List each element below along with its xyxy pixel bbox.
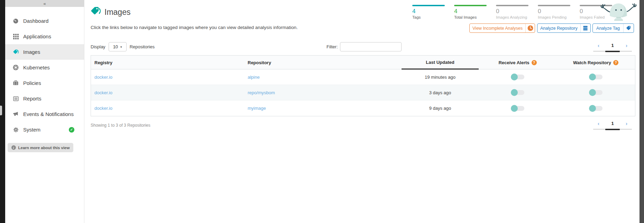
scrollbar[interactable] xyxy=(640,0,644,223)
toggle-knob xyxy=(511,74,518,80)
button-label: Analyze Tag xyxy=(593,26,623,31)
column-header-label: Watch Repository xyxy=(573,60,611,65)
info-icon: i xyxy=(11,145,16,150)
pagination-row: ‹ 1 › xyxy=(593,119,632,127)
stat-tags: 4 Tags xyxy=(412,5,445,19)
sidebar-item-label: Policies xyxy=(23,80,41,86)
sidebar-item-kubernetes[interactable]: Kubernetes xyxy=(5,60,84,75)
repository-link[interactable]: repo/mysbom xyxy=(248,90,275,95)
pagination-track xyxy=(593,51,632,52)
chevron-down-icon: ▾ xyxy=(120,45,122,49)
stat-label: Images Analyzing xyxy=(496,15,528,19)
sidebar: « Dashboard Applications Images xyxy=(5,0,84,223)
sidebar-item-label: System xyxy=(23,127,40,133)
column-header-repository[interactable]: Repository xyxy=(244,60,402,65)
stat-label: Tags xyxy=(412,15,445,19)
registry-link[interactable]: docker.io xyxy=(94,75,112,80)
analyze-repository-button[interactable]: Analyze Repository xyxy=(537,23,591,33)
column-header-label: Last Updated xyxy=(426,60,454,65)
sidebar-nav: Dashboard Applications Images Kubernetes xyxy=(5,13,84,137)
pagination-bottom: ‹ 1 › xyxy=(593,119,632,130)
next-page-button[interactable]: › xyxy=(626,121,627,126)
sidebar-item-images[interactable]: Images xyxy=(5,44,84,60)
sidebar-item-label: Events & Notifications xyxy=(23,111,74,117)
last-updated-value: 9 days ago xyxy=(402,106,479,111)
receive-alerts-toggle[interactable] xyxy=(511,90,524,95)
pagination-row: ‹ 1 › xyxy=(593,41,632,49)
analyze-tag-button[interactable]: Analyze Tag xyxy=(592,23,634,33)
collapse-icon: « xyxy=(43,1,46,6)
repository-link[interactable]: alpine xyxy=(248,75,260,80)
main-content: Images Click the links below to navigate… xyxy=(85,0,640,223)
column-header-receive-alerts[interactable]: Receive Alerts ? xyxy=(479,60,556,65)
receive-alerts-toggle[interactable] xyxy=(511,106,524,111)
stat-value: 0 xyxy=(538,8,570,15)
help-icon[interactable]: ? xyxy=(613,60,618,65)
sidebar-item-label: Reports xyxy=(23,96,42,101)
toggle-knob xyxy=(511,105,518,112)
watch-repository-toggle[interactable] xyxy=(589,75,602,79)
registry-link[interactable]: docker.io xyxy=(94,106,112,111)
next-page-button[interactable]: › xyxy=(626,43,627,48)
stat-bar xyxy=(454,5,487,6)
view-incomplete-analyses-button[interactable]: View Incomplete Analyses xyxy=(469,23,535,33)
gauge-icon xyxy=(13,18,19,24)
panel-handle[interactable] xyxy=(0,106,2,115)
prev-page-button[interactable]: ‹ xyxy=(598,121,599,126)
current-page: 1 xyxy=(611,43,614,48)
sidebar-item-policies[interactable]: Policies xyxy=(5,75,84,91)
table-row: docker.io myimage 9 days ago xyxy=(91,100,635,116)
display-control: Display 10 ▾ Repositories xyxy=(91,42,155,51)
briefcase-icon xyxy=(13,80,19,86)
page-size-select[interactable]: 10 ▾ xyxy=(109,42,127,51)
check-glyph: ✓ xyxy=(70,128,73,132)
pagination-top: ‹ 1 › xyxy=(593,41,632,52)
sidebar-item-reports[interactable]: Reports xyxy=(5,91,84,106)
page-description: Click the links below to navigate to tag… xyxy=(91,25,298,30)
column-header-registry[interactable]: Registry xyxy=(91,60,244,65)
learn-more-button[interactable]: i Learn more about this view xyxy=(8,143,73,152)
sidebar-item-events-notifications[interactable]: Events & Notifications xyxy=(5,106,84,122)
sidebar-collapse-button[interactable]: « xyxy=(5,0,84,7)
sidebar-item-dashboard[interactable]: Dashboard xyxy=(5,13,84,29)
table-header-row: Registry Repository Last Updated Receive… xyxy=(91,56,635,69)
help-icon[interactable]: ? xyxy=(532,60,537,65)
images-tags-icon xyxy=(90,6,101,18)
pagination-thumb xyxy=(605,129,620,130)
sidebar-item-label: Kubernetes xyxy=(23,65,50,70)
sidebar-item-label: Applications xyxy=(23,33,51,39)
database-icon xyxy=(580,24,590,32)
column-header-last-updated[interactable]: Last Updated xyxy=(402,56,479,69)
toggle-knob xyxy=(589,74,596,80)
toggle-knob xyxy=(589,105,596,112)
toggle-knob xyxy=(589,89,596,96)
receive-alerts-toggle[interactable] xyxy=(511,75,524,79)
watch-repository-toggle[interactable] xyxy=(589,90,602,95)
column-header-watch-repository[interactable]: Watch Repository ? xyxy=(556,60,635,65)
page-title: Images xyxy=(104,8,130,17)
table-row: docker.io alpine 19 minutes ago xyxy=(91,69,635,85)
stat-bar xyxy=(412,5,445,6)
registry-link[interactable]: docker.io xyxy=(94,90,112,95)
stats-bar: 4 Tags 4 Total Images 0 Images Analyzing… xyxy=(412,5,622,19)
prev-page-button[interactable]: ‹ xyxy=(598,43,599,48)
stat-images-pending: 0 Images Pending xyxy=(538,5,570,19)
report-list-icon xyxy=(13,96,19,101)
repository-link[interactable]: myimage xyxy=(248,106,266,111)
stat-value: 0 xyxy=(496,8,528,15)
kubernetes-icon xyxy=(13,65,19,70)
megaphone-icon xyxy=(13,111,19,117)
stat-total-images: 4 Total Images xyxy=(454,5,487,19)
filter-input[interactable] xyxy=(340,42,402,51)
watch-repository-toggle[interactable] xyxy=(589,106,602,111)
filter-control: Filter: xyxy=(326,42,402,51)
tag-icon xyxy=(623,24,634,32)
sidebar-item-applications[interactable]: Applications xyxy=(5,29,84,44)
sidebar-item-label: Dashboard xyxy=(23,18,48,24)
sidebar-item-system[interactable]: System ✓ xyxy=(5,122,84,137)
system-health-ok-icon: ✓ xyxy=(69,127,74,133)
last-updated-value: 3 days ago xyxy=(402,90,479,95)
learn-more-label: Learn more about this view xyxy=(18,146,70,150)
table-row: docker.io repo/mysbom 3 days ago xyxy=(91,85,635,100)
stat-bar xyxy=(496,5,528,6)
